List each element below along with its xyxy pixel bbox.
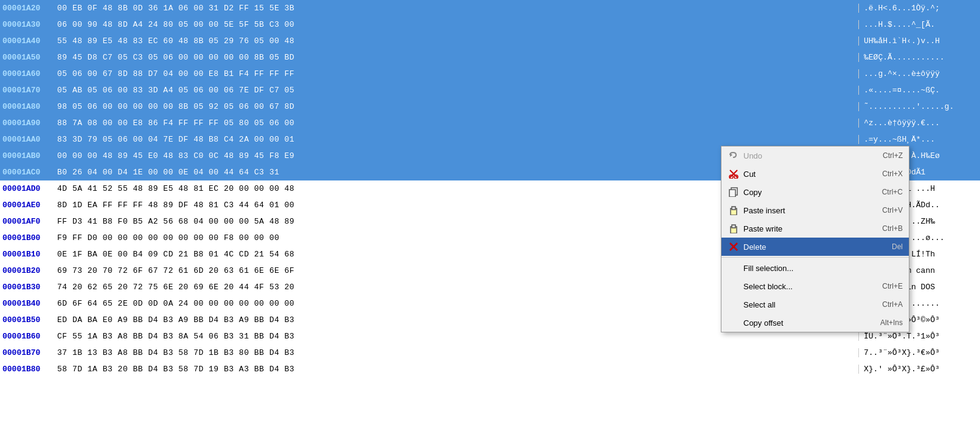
hex-address: 00001A70 xyxy=(0,86,55,95)
hex-address: 00001B50 xyxy=(0,315,55,325)
hex-bytes: 58 7D 1A B3 20 BB D4 B3 58 7D 19 B3 A3 B… xyxy=(55,365,858,374)
hex-bytes: 00 EB 0F 48 8B 0D 36 1A 06 00 31 D2 FF 1… xyxy=(55,4,858,13)
hex-address: 00001AB0 xyxy=(0,151,55,160)
menu-item-shortcut: Alt+Ins xyxy=(880,318,903,327)
menu-item-paste-insert[interactable]: Paste insertCtrl+V xyxy=(721,201,909,219)
menu-item-label: Select block... xyxy=(743,282,876,291)
hex-bytes: CF 55 1A B3 A8 BB D4 B3 8A 54 06 B3 31 B… xyxy=(55,332,858,341)
menu-item-label: Cut xyxy=(743,170,876,179)
hex-address: 00001AA0 xyxy=(0,135,55,144)
svg-rect-6 xyxy=(729,190,735,197)
hex-address: 00001B60 xyxy=(0,332,55,341)
menu-item-label: Fill selection... xyxy=(743,264,897,273)
hex-row[interactable]: 00001B7037 1B 13 B3 A8 BB D4 B3 58 7D 1B… xyxy=(0,345,980,361)
svg-marker-0 xyxy=(730,153,732,157)
hex-address: 00001A80 xyxy=(0,102,55,111)
menu-item-label: Paste insert xyxy=(743,206,876,215)
hex-bytes: 06 00 90 48 8D A4 24 80 05 00 00 5E 5F 5… xyxy=(55,20,858,29)
delete-icon xyxy=(726,242,741,252)
hex-address: 00001B30 xyxy=(0,283,55,292)
hex-row[interactable]: 00001A6005 06 00 67 8D 88 D7 04 00 00 E8… xyxy=(0,66,980,82)
menu-separator xyxy=(721,257,909,258)
hex-row[interactable]: 00001A9088 7A 08 00 00 E8 86 F4 FF FF FF… xyxy=(0,115,980,131)
svg-rect-8 xyxy=(732,207,735,210)
hex-address: 00001AF0 xyxy=(0,217,55,226)
hex-ascii: X}.' »Ô³X}.³£»Ô³ xyxy=(858,365,980,374)
hex-row[interactable]: 00001A5089 45 D8 C7 05 C3 05 06 00 00 00… xyxy=(0,49,980,66)
cut-icon xyxy=(726,169,741,179)
hex-bytes: 98 05 06 00 00 00 00 00 8B 05 92 05 06 0… xyxy=(55,102,858,111)
hex-row[interactable]: 00001A8098 05 06 00 00 00 00 00 8B 05 92… xyxy=(0,98,980,115)
hex-bytes: 05 AB 05 06 00 83 3D A4 05 06 00 06 7E D… xyxy=(55,86,858,95)
menu-item-shortcut: Del xyxy=(892,242,903,251)
hex-ascii: ‰EØÇ.Ã........... xyxy=(858,53,980,62)
hex-address: 00001AC0 xyxy=(0,168,55,177)
menu-item-label: Select all xyxy=(743,300,876,309)
hex-bytes: 05 06 00 67 8D 88 D7 04 00 00 E8 B1 F4 F… xyxy=(55,69,858,78)
hex-bytes: 55 48 89 E5 48 83 EC 60 48 8B 05 29 76 0… xyxy=(55,36,858,46)
menu-item-shortcut: Ctrl+E xyxy=(882,282,903,290)
menu-item-copy-offset[interactable]: Copy offsetAlt+Ins xyxy=(721,314,909,332)
copy-icon xyxy=(726,187,741,197)
hex-row[interactable]: 00001AA083 3D 79 05 06 00 04 7E DF 48 B8… xyxy=(0,131,980,148)
hex-ascii: ÏU.³¨»Ô³.T.³1»Ô³ xyxy=(858,332,980,341)
menu-item-delete[interactable]: DeleteDel xyxy=(721,238,909,256)
hex-ascii: .ë.H<.6...1Òÿ.^; xyxy=(858,4,980,13)
hex-address: 00001A60 xyxy=(0,69,55,78)
menu-item-shortcut: Ctrl+V xyxy=(882,206,903,215)
hex-row[interactable]: 00001A3006 00 90 48 8D A4 24 80 05 00 00… xyxy=(0,16,980,33)
menu-item-select-all[interactable]: Select allCtrl+A xyxy=(721,295,909,314)
menu-item-shortcut: Ctrl+C xyxy=(882,188,903,196)
context-menu: UndoCtrl+ZCutCtrl+XCopyCtrl+CPaste inser… xyxy=(721,146,909,332)
menu-item-label: Undo xyxy=(743,151,877,160)
menu-item-shortcut: Ctrl+B xyxy=(882,224,903,233)
menu-item-undo[interactable]: UndoCtrl+Z xyxy=(721,146,909,165)
hex-address: 00001B20 xyxy=(0,266,55,275)
hex-address: 00001A90 xyxy=(0,118,55,128)
hex-ascii: .=y...~ßH¸Ä*... xyxy=(858,135,980,144)
menu-item-copy[interactable]: CopyCtrl+C xyxy=(721,183,909,201)
hex-address: 00001B70 xyxy=(0,348,55,357)
menu-item-label: Copy offset xyxy=(743,318,874,328)
menu-item-paste-write[interactable]: Paste writeCtrl+B xyxy=(721,219,909,238)
hex-row[interactable]: 00001A2000 EB 0F 48 8B 0D 36 1A 06 00 31… xyxy=(0,0,980,16)
hex-row[interactable]: 00001B8058 7D 1A B3 20 BB D4 B3 58 7D 19… xyxy=(0,361,980,377)
hex-row[interactable]: 00001A4055 48 89 E5 48 83 EC 60 48 8B 05… xyxy=(0,33,980,49)
menu-item-shortcut: Ctrl+Z xyxy=(883,151,903,160)
hex-address: 00001AD0 xyxy=(0,184,55,193)
menu-item-fill-selection[interactable]: Fill selection... xyxy=(721,259,909,277)
hex-address: 00001B40 xyxy=(0,299,55,308)
hex-bytes: 37 1B 13 B3 A8 BB D4 B3 58 7D 1B B3 80 B… xyxy=(55,348,858,357)
hex-address: 00001A30 xyxy=(0,20,55,29)
hex-ascii: .«....=¤....~ßÇ. xyxy=(858,86,980,95)
undo-icon xyxy=(726,151,741,160)
hex-bytes: 88 7A 08 00 00 E8 86 F4 FF FF FF 05 80 0… xyxy=(55,118,858,128)
hex-ascii: ...H.$....^_[Ã. xyxy=(858,20,980,29)
hex-bytes: 89 45 D8 C7 05 C3 05 06 00 00 00 00 00 8… xyxy=(55,53,858,62)
menu-item-select-block[interactable]: Select block...Ctrl+E xyxy=(721,277,909,295)
hex-address: 00001A40 xyxy=(0,36,55,46)
menu-item-label: Copy xyxy=(743,188,876,197)
hex-address: 00001A20 xyxy=(0,4,55,13)
hex-address: 00001B00 xyxy=(0,233,55,242)
menu-item-label: Paste write xyxy=(743,224,876,233)
hex-address: 00001AE0 xyxy=(0,201,55,210)
hex-address: 00001B80 xyxy=(0,365,55,374)
hex-ascii: ˜..........'.....g. xyxy=(858,102,980,111)
svg-rect-10 xyxy=(732,225,735,228)
hex-row[interactable]: 00001A7005 AB 05 06 00 83 3D A4 05 06 00… xyxy=(0,82,980,98)
menu-item-shortcut: Ctrl+X xyxy=(882,170,903,178)
menu-item-cut[interactable]: CutCtrl+X xyxy=(721,165,909,183)
menu-item-shortcut: Ctrl+A xyxy=(882,300,903,309)
menu-item-label: Delete xyxy=(743,242,886,252)
hex-ascii: ^z...è†ôÿÿÿ.€... xyxy=(858,118,980,128)
paste-insert-icon xyxy=(726,205,741,215)
hex-address: 00001B10 xyxy=(0,250,55,259)
hex-address: 00001A50 xyxy=(0,53,55,62)
hex-ascii: 7..³¨»Ô³X}.³€»Ô³ xyxy=(858,348,980,357)
paste-write-icon xyxy=(726,224,741,233)
hex-ascii: UH‰åH.ì`H‹.)v..H xyxy=(858,36,980,46)
hex-bytes: 83 3D 79 05 06 00 04 7E DF 48 B8 C4 2A 0… xyxy=(55,135,858,144)
hex-ascii: ...g.^×...è±ôÿÿÿ xyxy=(858,69,980,78)
